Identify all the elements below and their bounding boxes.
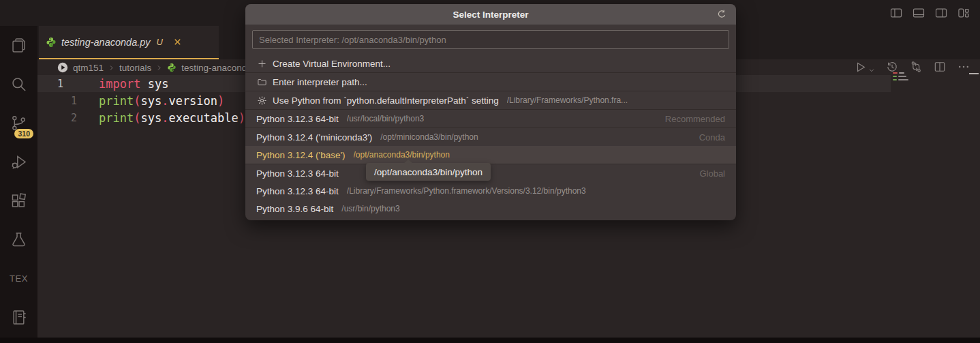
sidebar-item-testing[interactable] [0,220,37,259]
code-token: sys [140,94,162,108]
sidebar-item-run-debug[interactable] [0,143,37,181]
list-item-python-3123-framework[interactable]: Python 3.12.3 64-bit /Library/Frameworks… [245,182,736,200]
list-item-create-venv[interactable]: Create Virtual Environment... [245,55,736,72]
window-bottom-edge [0,338,980,343]
testing-beaker-icon [10,230,28,249]
item-detail: /Library/Frameworks/Python.framework/Ver… [347,186,586,196]
sidebar-item-notebook[interactable] [0,298,37,337]
interpreter-list: Create Virtual Environment... Enter inte… [245,55,736,218]
item-group-badge: Global [699,168,725,179]
line-number: 1 [57,75,63,92]
code-token: sys [140,77,168,91]
code-line-2: print(sys.version) [99,92,224,109]
item-detail: /usr/bin/python3 [341,204,399,213]
tab-title: testing-anaconda.py [61,37,151,48]
notebook-icon [10,308,28,327]
chevron-right-icon [108,65,114,71]
sidebar-item-extensions[interactable] [0,181,37,220]
breadcrumb-item-subfolder[interactable]: tutorials [119,63,151,73]
list-item-python-3123-usr-local[interactable]: Python 3.12.3 64-bit /usr/local/bin/pyth… [245,109,736,128]
item-label: Python 3.12.3 64-bit [256,114,339,124]
item-detail: /opt/anaconda3/bin/python [354,150,450,160]
code-token: executable [168,111,238,125]
layout-controls [889,6,970,20]
code-token: . [162,94,168,108]
item-detail: /usr/local/bin/python3 [347,114,424,123]
toggle-secondary-sidebar-icon[interactable] [934,6,948,20]
item-label: Use Python from `python.defaultInterpret… [273,95,499,106]
code-token: . [162,111,168,125]
sidebar-item-latex[interactable]: TEX [0,259,37,298]
code-token: ( [134,111,140,125]
list-item-python-3124-miniconda[interactable]: Python 3.12.4 ('miniconda3') /opt/minico… [245,128,736,146]
dialog-title: Select Interpreter [453,10,528,20]
code-token: ) [217,94,224,108]
sidebar-item-explorer[interactable] [0,26,37,65]
gear-icon [256,95,267,106]
item-label: Python 3.12.4 ('base') [256,150,346,160]
path-tooltip: /opt/anaconda3/bin/python [366,163,491,181]
list-item-enter-path[interactable]: Enter interpreter path... [245,72,736,91]
item-detail: /Library/Frameworks/Python.fra... [507,95,628,105]
folder-icon [256,77,267,87]
run-debug-icon [10,153,28,171]
interpreter-search-input[interactable] [252,30,729,49]
git-status-untracked: U [157,37,163,47]
select-interpreter-dialog: Select Interpreter Create Virtual Enviro… [245,4,736,220]
extensions-icon [10,192,28,210]
run-below-icon[interactable] [909,60,923,74]
tab-testing-anaconda[interactable]: testing-anaconda.py U [39,26,219,59]
sidebar-item-search[interactable] [0,65,37,104]
item-group-badge: Recommended [665,114,725,124]
item-label: Python 3.9.6 64-bit [256,204,333,214]
scrollbar[interactable] [969,73,979,74]
item-label: Python 3.12.3 64-bit [256,168,339,179]
code-token: sys [140,111,162,125]
line-number: 1 [71,92,77,109]
code-line-3: print(sys.executable) [99,109,245,126]
list-item-default-path[interactable]: Use Python from `python.defaultInterpret… [245,91,736,109]
code-line-1: import sys [99,75,168,92]
close-icon[interactable] [173,38,182,46]
plus-icon [256,59,267,69]
refresh-icon[interactable] [716,9,727,20]
search-icon [10,75,28,93]
scm-changes-badge: 310 [14,129,33,139]
code-token: ) [239,111,245,125]
run-cell-icon[interactable] [57,62,68,73]
item-label: Python 3.12.3 64-bit [256,186,339,196]
item-group-badge: Conda [699,132,725,143]
item-label: Create Virtual Environment... [273,59,391,69]
list-item-python-396[interactable]: Python 3.9.6 64-bit /usr/bin/python3 [245,200,736,218]
latex-icon: TEX [10,273,28,284]
list-item-python-3124-base-selected[interactable]: Python 3.12.4 ('base') /opt/anaconda3/bi… [245,146,736,164]
explorer-icon [10,36,28,55]
interpreter-input-wrap [252,30,729,49]
more-actions-icon[interactable] [957,60,970,74]
toggle-primary-sidebar-icon[interactable] [889,6,903,20]
activity-bar: 310 TEX [0,26,37,338]
chevron-right-icon [156,65,162,71]
code-token: version [168,94,217,108]
code-token: print [99,111,134,125]
vscode-window: 310 TEX [0,0,980,343]
sidebar-item-source-control[interactable]: 310 [0,104,37,143]
code-token: import [99,77,140,91]
dialog-header: Select Interpreter [245,4,736,25]
line-number: 2 [71,109,77,126]
minimap[interactable] [893,72,913,83]
item-detail: /opt/miniconda3/bin/python [380,132,478,142]
code-token: ( [134,94,140,108]
python-file-icon [167,63,177,72]
split-editor-icon[interactable] [933,60,947,74]
breadcrumb-item-folder[interactable]: qtm151 [73,63,104,73]
item-label: Enter interpreter path... [273,77,367,87]
timeline-history-icon[interactable] [885,60,899,74]
item-label: Python 3.12.4 ('miniconda3') [256,132,372,143]
toggle-panel-icon[interactable] [912,6,925,20]
python-file-icon [46,37,57,48]
code-token: print [99,94,134,108]
customize-layout-icon[interactable] [957,6,970,20]
